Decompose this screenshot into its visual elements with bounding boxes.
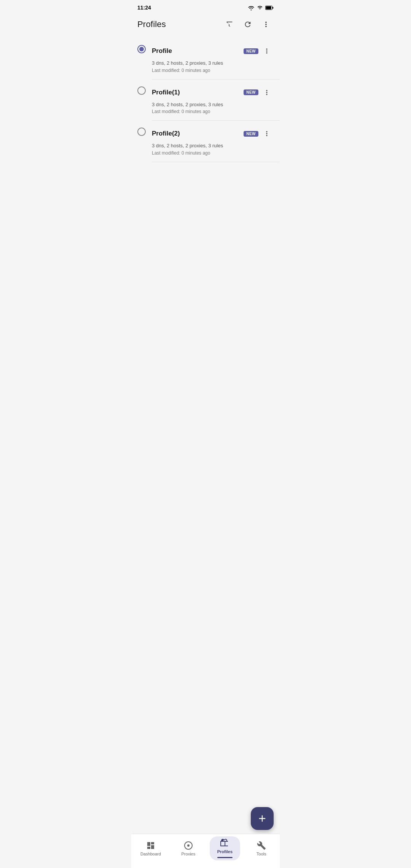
svg-rect-2 [266, 6, 271, 9]
nav-label-tools: Tools [256, 852, 266, 856]
profile-header-1: Profile(1) NEW [152, 86, 274, 99]
more-vert-icon [262, 20, 270, 29]
profile-list: Profile NEW 3 dns, 2 hosts, 2 proxies, 3… [131, 35, 280, 165]
profile-name-2: Profile(2) [152, 130, 241, 137]
profiles-icon [220, 839, 229, 848]
tools-icon [257, 841, 266, 850]
page-title: Profiles [137, 19, 166, 29]
nav-item-dashboard[interactable]: Dashboard [134, 839, 167, 858]
profile-menu-button-1[interactable] [260, 86, 274, 99]
refresh-icon [244, 20, 252, 29]
add-icon [257, 813, 268, 824]
nav-active-indicator-profiles [217, 857, 233, 858]
proxies-icon [184, 841, 193, 850]
more-vert-icon-2 [263, 130, 271, 137]
refresh-button[interactable] [240, 17, 255, 32]
profile-radio-1[interactable] [137, 86, 146, 95]
svg-rect-1 [272, 7, 273, 9]
profile-badge-menu-0: NEW [244, 44, 274, 58]
profile-item-1[interactable]: Profile(1) NEW 3 dns, 2 hosts, 2 proxies… [131, 80, 280, 121]
profile-content-2: Profile(2) NEW 3 dns, 2 hosts, 2 proxies… [152, 127, 274, 156]
svg-point-4 [187, 844, 190, 847]
nav-label-dashboard: Dashboard [140, 852, 161, 856]
nav-item-tools[interactable]: Tools [246, 839, 277, 858]
profile-badge-2: NEW [244, 131, 258, 137]
profile-content-0: Profile NEW 3 dns, 2 hosts, 2 proxies, 3… [152, 44, 274, 73]
profile-radio-0[interactable] [137, 45, 146, 53]
nav-label-proxies: Proxies [182, 852, 196, 856]
profile-modified-0: Last modified: 0 minutes ago [152, 68, 274, 73]
battery-icon [265, 5, 274, 10]
profile-item-2[interactable]: Profile(2) NEW 3 dns, 2 hosts, 2 proxies… [131, 121, 280, 162]
top-app-bar: Profiles [131, 14, 280, 35]
top-actions [222, 17, 274, 32]
profile-details-1: 3 dns, 2 hosts, 2 proxies, 3 rules [152, 101, 274, 108]
nav-item-profiles[interactable]: Profiles [210, 836, 240, 860]
profile-header-0: Profile NEW [152, 44, 274, 58]
profile-content-1: Profile(1) NEW 3 dns, 2 hosts, 2 proxies… [152, 86, 274, 115]
profile-list-container: Profile NEW 3 dns, 2 hosts, 2 proxies, 3… [131, 35, 280, 211]
signal-icon [257, 5, 263, 10]
status-bar: 11:24 [131, 0, 280, 14]
profile-menu-button-2[interactable] [260, 127, 274, 140]
profile-name-1: Profile(1) [152, 89, 241, 96]
divider-2 [152, 162, 280, 162]
profile-menu-button-0[interactable] [260, 44, 274, 58]
wifi-icon [248, 5, 255, 10]
profile-item-0[interactable]: Profile NEW 3 dns, 2 hosts, 2 proxies, 3… [131, 38, 280, 79]
more-vert-icon-0 [263, 47, 271, 55]
nav-item-proxies[interactable]: Proxies [173, 839, 204, 858]
profile-badge-1: NEW [244, 89, 258, 95]
bottom-nav: Dashboard Proxies Profiles Tools [131, 834, 280, 868]
profile-header-2: Profile(2) NEW [152, 127, 274, 140]
more-vert-icon-1 [263, 89, 271, 96]
profile-details-0: 3 dns, 2 hosts, 2 proxies, 3 rules [152, 59, 274, 67]
profile-details-2: 3 dns, 2 hosts, 2 proxies, 3 rules [152, 142, 274, 150]
profile-badge-menu-1: NEW [244, 86, 274, 99]
filter-button[interactable] [222, 17, 237, 32]
profile-modified-2: Last modified: 0 minutes ago [152, 150, 274, 156]
radio-inner-0 [139, 47, 144, 51]
filter-icon [225, 20, 234, 29]
profile-name-0: Profile [152, 47, 241, 55]
status-time: 11:24 [137, 5, 151, 11]
nav-label-profiles: Profiles [217, 849, 233, 854]
profile-badge-0: NEW [244, 48, 258, 54]
more-options-button[interactable] [258, 17, 274, 32]
dashboard-icon [146, 841, 155, 850]
status-icons [248, 5, 274, 10]
profile-radio-2[interactable] [137, 128, 146, 136]
profile-badge-menu-2: NEW [244, 127, 274, 140]
profile-modified-1: Last modified: 0 minutes ago [152, 109, 274, 114]
add-profile-fab[interactable] [251, 807, 274, 830]
